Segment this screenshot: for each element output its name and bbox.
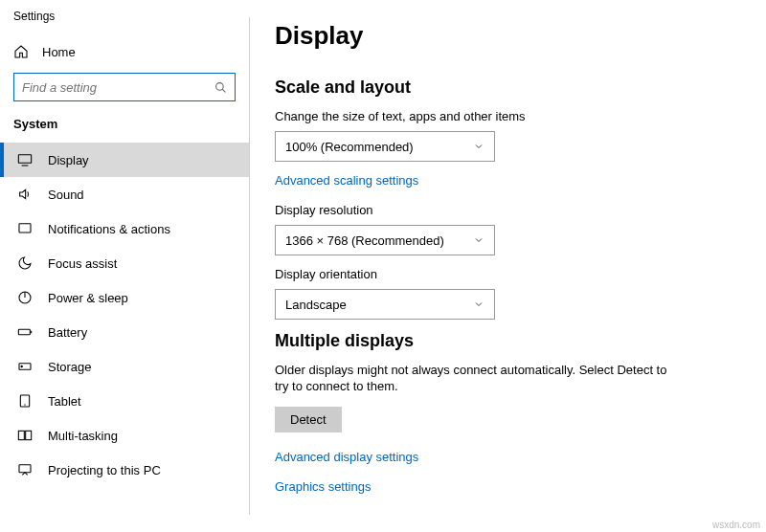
search-input-wrap[interactable]: [13, 73, 236, 101]
sidebar-item-label: Sound: [48, 188, 236, 202]
battery-icon: [17, 324, 33, 340]
sidebar-item-projecting[interactable]: Projecting to this PC: [0, 453, 249, 487]
sidebar-item-multitasking[interactable]: Multi-tasking: [0, 418, 249, 453]
svg-point-11: [21, 366, 22, 366]
advanced-scaling-link[interactable]: Advanced scaling settings: [275, 173, 418, 188]
watermark: wsxdn.com: [712, 520, 760, 530]
scale-heading: Scale and layout: [275, 78, 737, 98]
svg-line-5: [19, 224, 31, 233]
storage-icon: [17, 359, 33, 374]
scale-label: Change the size of text, apps and other …: [275, 109, 737, 123]
sidebar-item-label: Multi-tasking: [48, 429, 236, 443]
home-icon: [13, 44, 29, 59]
scale-value: 100% (Recommended): [285, 140, 414, 154]
content-pane: Display Scale and layout Change the size…: [250, 0, 766, 532]
scale-select[interactable]: 100% (Recommended): [275, 131, 495, 162]
sidebar-item-display[interactable]: Display: [0, 143, 249, 177]
sidebar-item-label: Notifications & actions: [48, 222, 236, 236]
svg-rect-8: [18, 329, 30, 334]
projecting-icon: [17, 462, 33, 477]
orientation-label: Display orientation: [275, 267, 737, 281]
advanced-display-link[interactable]: Advanced display settings: [275, 450, 418, 464]
orientation-select[interactable]: Landscape: [275, 289, 495, 320]
chevron-down-icon: [473, 141, 484, 152]
sidebar-item-label: Storage: [48, 360, 236, 374]
sidebar-nav: Display Sound Notifications & actions Fo…: [0, 143, 249, 487]
svg-rect-14: [18, 431, 24, 439]
sidebar-item-battery[interactable]: Battery: [0, 315, 249, 349]
graphics-settings-link[interactable]: Graphics settings: [275, 479, 371, 494]
chevron-down-icon: [473, 299, 484, 310]
svg-rect-4: [19, 224, 31, 233]
multi-heading: Multiple displays: [275, 331, 737, 351]
svg-rect-16: [19, 465, 31, 473]
detect-button[interactable]: Detect: [275, 407, 342, 432]
page-title: Display: [275, 21, 737, 51]
home-label: Home: [42, 45, 76, 59]
home-button[interactable]: Home: [0, 38, 249, 73]
focus-assist-icon: [17, 255, 33, 271]
sidebar-item-focus-assist[interactable]: Focus assist: [0, 246, 249, 280]
search-icon: [214, 81, 227, 94]
multitasking-icon: [17, 428, 33, 443]
chevron-down-icon: [473, 234, 484, 246]
power-icon: [17, 290, 33, 305]
sidebar-item-label: Battery: [48, 325, 236, 340]
sound-icon: [17, 187, 33, 202]
notifications-icon: [17, 221, 33, 236]
sidebar-item-label: Focus assist: [48, 256, 236, 271]
window-title: Settings: [0, 6, 249, 38]
svg-point-0: [216, 82, 224, 90]
sidebar-item-notifications[interactable]: Notifications & actions: [0, 211, 249, 246]
sidebar-item-storage[interactable]: Storage: [0, 349, 249, 384]
orientation-value: Landscape: [285, 298, 347, 312]
multi-desc: Older displays might not always connect …: [275, 363, 677, 395]
svg-rect-15: [26, 431, 32, 439]
sidebar-item-label: Display: [48, 153, 236, 167]
sidebar-item-power-sleep[interactable]: Power & sleep: [0, 280, 249, 315]
svg-line-1: [222, 89, 225, 92]
sidebar-item-label: Tablet: [48, 394, 236, 409]
search-input[interactable]: [22, 80, 214, 95]
sidebar-item-label: Power & sleep: [48, 291, 236, 305]
sidebar-item-label: Projecting to this PC: [48, 463, 236, 477]
sidebar-section-label: System: [0, 117, 249, 143]
tablet-icon: [17, 393, 33, 409]
display-icon: [17, 152, 33, 167]
sidebar: Settings Home System Display: [0, 0, 249, 532]
sidebar-item-sound[interactable]: Sound: [0, 177, 249, 211]
resolution-label: Display resolution: [275, 203, 737, 217]
resolution-value: 1366 × 768 (Recommended): [285, 233, 444, 248]
svg-rect-2: [18, 155, 31, 164]
sidebar-item-tablet[interactable]: Tablet: [0, 384, 249, 418]
resolution-select[interactable]: 1366 × 768 (Recommended): [275, 225, 495, 255]
